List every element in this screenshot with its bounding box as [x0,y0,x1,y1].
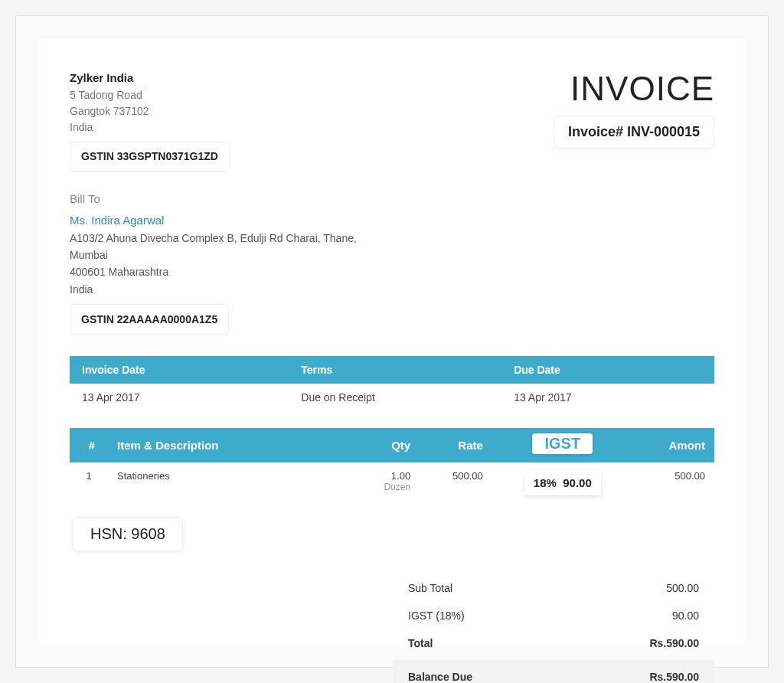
invoice-card: Zylker India 5 Tadong Road Gangtok 73710… [39,39,745,644]
meta-due-date: 13 Apr 2017 [501,384,714,411]
totals-balance: Balance Due Rs.590.00 [393,660,714,683]
item-desc: Stationeries [108,462,353,503]
item-qty: 1.00 Dozen [353,462,420,503]
item-igst-val: 90.00 [563,476,592,489]
items-table: # Item & Description Qty Rate IGST Amont… [70,428,714,503]
title-block: INVOICE Invoice# INV-000015 [554,70,714,149]
company-gstin-callout: GSTIN 33GSPTN0371G1ZD [70,142,230,172]
item-header-num: # [70,428,108,462]
company-country: India [70,119,230,136]
invoice-number-callout: Invoice# INV-000015 [554,116,714,149]
igst-total-value: 90.00 [672,609,699,622]
billto-address1: A103/2 Ahuna Divecha Complex B, Edulji R… [70,230,714,247]
totals-igst: IGST (18%) 90.00 [393,602,714,629]
igst-header-callout: IGST [532,433,593,454]
item-header-amount: Amont [633,428,714,462]
billto-city: Mumbai [70,247,714,263]
billto-block: Bill To Ms. Indira Agarwal A103/2 Ahuna … [70,190,714,335]
igst-total-label: IGST (18%) [408,609,465,622]
customer-name: Ms. Indira Agarwal [70,211,714,230]
meta-header-terms: Terms [289,356,501,384]
meta-terms: Due on Receipt [289,384,501,411]
igst-cell-callout: 18% 90.00 [524,470,601,495]
page-frame: Zylker India 5 Tadong Road Gangtok 73710… [15,15,769,668]
balance-value: Rs.590.00 [649,671,699,683]
item-igst: 18% 90.00 [492,462,633,503]
item-qty-unit: Dozen [362,482,410,492]
company-block: Zylker India 5 Tadong Road Gangtok 73710… [70,70,230,172]
total-value: Rs.590.00 [649,637,699,649]
company-address1: 5 Tadong Road [70,87,230,103]
item-header-qty: Qty [353,428,420,462]
total-label: Total [408,637,433,649]
meta-invoice-date: 13 Apr 2017 [70,384,289,411]
invoice-title: INVOICE [554,70,714,108]
meta-table: Invoice Date Terms Due Date 13 Apr 2017 … [70,356,714,411]
totals-subtotal: Sub Total 500.00 [393,574,714,602]
meta-header-invoice-date: Invoice Date [70,356,289,384]
header-row: Zylker India 5 Tadong Road Gangtok 73710… [70,70,714,172]
item-header-igst: IGST [492,428,633,462]
meta-header-due-date: Due Date [501,356,714,384]
item-qty-value: 1.00 [391,470,410,482]
table-row: 1 Stationeries 1.00 Dozen 500.00 18% 90.… [70,462,714,503]
subtotal-label: Sub Total [408,582,452,594]
billto-country: India [70,281,714,298]
totals-block: Sub Total 500.00 IGST (18%) 90.00 Total … [393,574,714,683]
totals-total: Total Rs.590.00 [393,629,714,657]
company-address2: Gangtok 737102 [70,103,230,119]
item-header-rate: Rate [420,428,492,462]
subtotal-value: 500.00 [666,582,699,594]
billto-state: 400601 Maharashtra [70,263,714,280]
balance-label: Balance Due [408,671,472,683]
item-rate: 500.00 [420,462,492,503]
item-num: 1 [70,462,108,503]
customer-gstin-callout: GSTIN 22AAAAA0000A1Z5 [70,304,229,335]
billto-label: Bill To [70,190,714,208]
item-igst-pct: 18% [534,476,557,489]
item-amount: 500.00 [633,462,714,503]
hsn-callout: HSN: 9608 [73,517,183,551]
item-header-desc: Item & Description [108,428,353,462]
company-name: Zylker India [70,70,230,87]
